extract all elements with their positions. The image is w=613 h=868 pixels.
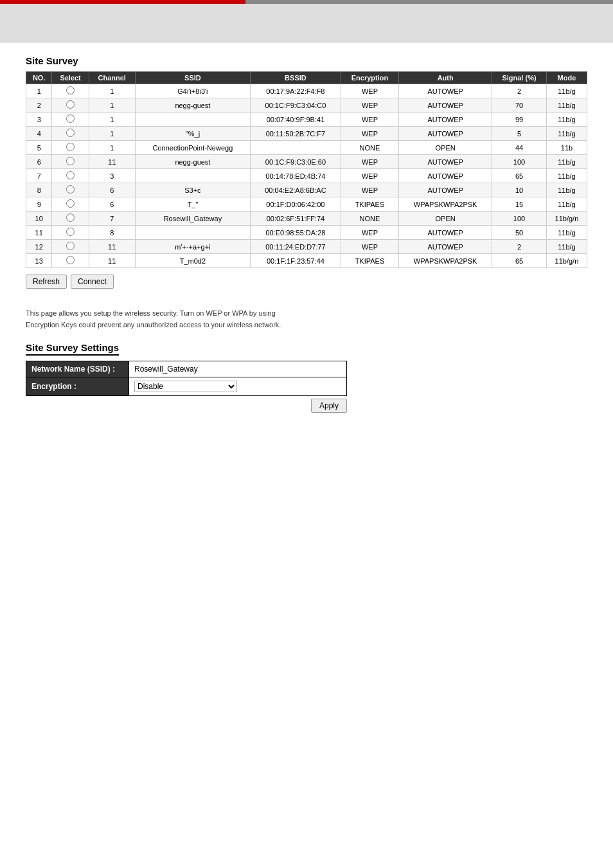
cell-auth: WPAPSKWPA2PSK — [399, 197, 492, 212]
col-channel: Channel — [89, 72, 135, 84]
col-auth: Auth — [399, 72, 492, 84]
cell-no: 12 — [26, 240, 52, 254]
cell-auth: AUTOWEP — [399, 127, 492, 141]
info-text: This page allows you setup the wireless … — [26, 308, 587, 330]
cell-bssid: 00:02:6F:51:FF:74 — [251, 212, 341, 226]
cell-signal: 5 — [492, 127, 547, 141]
survey-radio[interactable] — [66, 213, 75, 222]
encryption-value-cell: Disable WEP WPA WPA2 — [129, 377, 347, 396]
cell-ssid: T_m0d2 — [135, 254, 250, 268]
cell-no: 7 — [26, 169, 52, 183]
cell-auth: AUTOWEP — [399, 98, 492, 113]
cell-signal: 65 — [492, 254, 547, 268]
cell-signal: 15 — [492, 197, 547, 212]
network-name-input[interactable] — [134, 365, 250, 374]
cell-no: 11 — [26, 226, 52, 240]
cell-bssid: 00:1C:F9:C3:0E:60 — [251, 155, 341, 169]
cell-no: 8 — [26, 183, 52, 197]
cell-channel: 1 — [89, 141, 135, 155]
connect-button[interactable]: Connect — [71, 275, 114, 289]
cell-encryption: WEP — [341, 98, 398, 113]
survey-radio[interactable] — [66, 86, 75, 95]
survey-radio[interactable] — [66, 199, 75, 208]
table-row: 11800:E0:98:55:DA:28WEPAUTOWEP5011b/g — [26, 226, 587, 240]
cell-signal: 65 — [492, 169, 547, 183]
survey-radio[interactable] — [66, 143, 75, 151]
cell-signal: 70 — [492, 98, 547, 113]
survey-radio[interactable] — [66, 114, 75, 123]
cell-encryption: NONE — [341, 212, 398, 226]
cell-encryption: WEP — [341, 84, 398, 98]
cell-ssid: m'+-+a+g+i — [135, 240, 250, 254]
cell-ssid: S3+c — [135, 183, 250, 197]
table-row: 611negg-guest00:1C:F9:C3:0E:60WEPAUTOWEP… — [26, 155, 587, 169]
cell-bssid: 00:E0:98:55:DA:28 — [251, 226, 341, 240]
cell-no: 4 — [26, 127, 52, 141]
encryption-row: Encryption : Disable WEP WPA WPA2 — [26, 377, 347, 396]
cell-channel: 1 — [89, 127, 135, 141]
cell-encryption: NONE — [341, 141, 398, 155]
table-row: 7300:14:78:ED:4B:74WEPAUTOWEP6511b/g — [26, 169, 587, 183]
survey-radio[interactable] — [66, 185, 75, 194]
table-row: 1311T_m0d200:1F:1F:23:57:44TKIPAESWPAPSK… — [26, 254, 587, 268]
network-name-label: Network Name (SSID) : — [26, 361, 129, 377]
cell-no: 1 — [26, 84, 52, 98]
cell-ssid: Rosewill_Gateway — [135, 212, 250, 226]
cell-channel: 8 — [89, 226, 135, 240]
cell-auth: WPAPSKWPA2PSK — [399, 254, 492, 268]
survey-radio[interactable] — [66, 256, 75, 264]
cell-ssid — [135, 113, 250, 127]
cell-mode: 11b/g — [546, 113, 587, 127]
cell-mode: 11b/g — [546, 240, 587, 254]
cell-ssid: negg-guest — [135, 155, 250, 169]
cell-auth: OPEN — [399, 141, 492, 155]
survey-buttons: Refresh Connect — [26, 275, 587, 289]
cell-bssid: 00:1F:1F:23:57:44 — [251, 254, 341, 268]
cell-channel: 3 — [89, 169, 135, 183]
cell-encryption: WEP — [341, 169, 398, 183]
encryption-select[interactable]: Disable WEP WPA WPA2 — [134, 381, 237, 392]
main-content: Site Survey NO. Select Channel SSID BSSI… — [0, 42, 613, 426]
settings-table: Network Name (SSID) : Encryption : Disab… — [26, 361, 347, 396]
cell-bssid: 00:11:24:ED:D7:77 — [251, 240, 341, 254]
survey-radio[interactable] — [66, 171, 75, 179]
cell-ssid: negg-guest — [135, 98, 250, 113]
col-ssid: SSID — [135, 72, 250, 84]
survey-radio[interactable] — [66, 129, 75, 137]
table-row: 107Rosewill_Gateway00:02:6F:51:FF:74NONE… — [26, 212, 587, 226]
col-select: Select — [52, 72, 89, 84]
cell-mode: 11b/g — [546, 183, 587, 197]
col-signal: Signal (%) — [492, 72, 547, 84]
cell-mode: 11b/g/n — [546, 254, 587, 268]
cell-bssid: 00:11:50:2B:7C:F7 — [251, 127, 341, 141]
cell-signal: 99 — [492, 113, 547, 127]
network-name-row: Network Name (SSID) : — [26, 361, 347, 377]
apply-button[interactable]: Apply — [311, 399, 347, 413]
col-bssid: BSSID — [251, 72, 341, 84]
cell-bssid — [251, 141, 341, 155]
cell-bssid: 00:1F:D0:06:42:00 — [251, 197, 341, 212]
cell-auth: AUTOWEP — [399, 183, 492, 197]
cell-encryption: WEP — [341, 127, 398, 141]
cell-auth: OPEN — [399, 212, 492, 226]
cell-mode: 11b/g — [546, 226, 587, 240]
cell-ssid — [135, 226, 250, 240]
cell-ssid: G4i'i+8i3'i — [135, 84, 250, 98]
survey-radio[interactable] — [66, 157, 75, 165]
table-row: 21negg-guest00:1C:F9:C3:04:C0WEPAUTOWEP7… — [26, 98, 587, 113]
apply-row: Apply — [26, 399, 347, 413]
cell-ssid: ''%_j — [135, 127, 250, 141]
cell-encryption: TKIPAES — [341, 197, 398, 212]
cell-auth: AUTOWEP — [399, 169, 492, 183]
cell-encryption: WEP — [341, 183, 398, 197]
refresh-button[interactable]: Refresh — [26, 275, 67, 289]
col-no: NO. — [26, 72, 52, 84]
cell-channel: 1 — [89, 98, 135, 113]
survey-radio[interactable] — [66, 242, 75, 250]
cell-ssid: T_'' — [135, 197, 250, 212]
survey-radio[interactable] — [66, 228, 75, 236]
cell-mode: 11b/g — [546, 84, 587, 98]
cell-no: 13 — [26, 254, 52, 268]
survey-radio[interactable] — [66, 100, 75, 109]
cell-auth: AUTOWEP — [399, 226, 492, 240]
